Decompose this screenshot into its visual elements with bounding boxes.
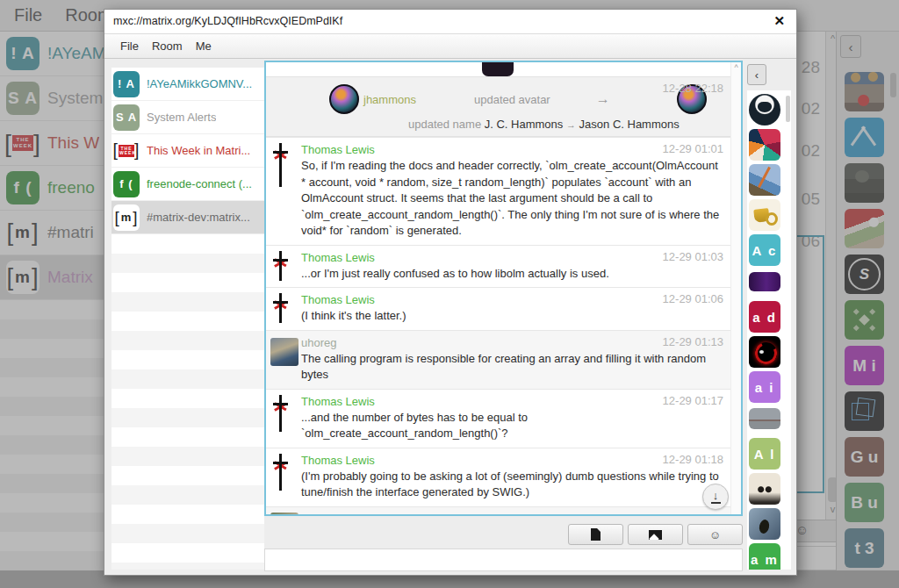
cross-avatar — [277, 293, 294, 323]
cross-avatar — [277, 251, 294, 281]
letter-avatar[interactable]: A l — [749, 438, 780, 470]
letter-avatar[interactable]: a m — [749, 543, 780, 570]
cross-avatar — [277, 395, 294, 432]
uhoreg-avatar — [270, 338, 298, 366]
hang-glider-photo-avatar[interactable] — [749, 164, 780, 196]
uhoreg-avatar — [270, 513, 298, 517]
state-action: updated avatar — [474, 93, 550, 106]
room-avatar: ! A — [113, 71, 140, 97]
old-display-name: J. C. Hammons — [485, 118, 564, 131]
letter-avatar[interactable]: A c — [749, 234, 780, 266]
state-action2: updated name — [408, 118, 481, 131]
message-text: So, if I'm reading the docs and header c… — [301, 158, 723, 240]
new-display-name: Jason C. Hammons — [579, 118, 680, 131]
message-text: The calling program is responsible for c… — [301, 351, 723, 384]
room-item[interactable]: ! A !AYeAMikkGOMNV... — [111, 68, 264, 101]
image-icon — [649, 530, 662, 540]
diamond-pattern-avatar[interactable] — [749, 129, 780, 161]
message-timestamp: 12-29 01: — [675, 512, 723, 517]
message-timestamp: 12-29 01:06 — [663, 292, 723, 305]
purple-banner-avatar[interactable] — [749, 272, 780, 291]
github-octocat-avatar[interactable] — [749, 94, 780, 125]
message-author: Thomas Lewis — [301, 395, 375, 408]
puppy-photo-avatar[interactable] — [749, 473, 780, 505]
message-text: (I think it's the latter.) — [301, 308, 723, 325]
modal-menubar: File Room Me — [104, 34, 796, 59]
modal-room-list: ! A !AYeAMikkGOMNV... S A System Alerts … — [111, 68, 264, 570]
message-timestamp: 12-29 01:03 — [663, 250, 723, 263]
letter-avatar[interactable]: a i — [749, 371, 780, 403]
this-week-in-matrix-avatar: THE WEEK — [113, 138, 140, 164]
screen: File Room Me ! A !AYeAM S A System THE W… — [0, 0, 899, 588]
room-item[interactable]: S A System Alerts — [111, 101, 264, 134]
message-timestamp: 12-29 01:13 — [663, 335, 723, 348]
media-viewer-window: mxc://matrix.org/KyLDJQfIHbRcvxQIEDmPdIK… — [104, 9, 797, 576]
close-icon[interactable]: ✕ — [773, 13, 785, 29]
message-timestamp: 12-29 01:17 — [663, 394, 723, 407]
message-author: Thomas Lewis — [301, 251, 375, 264]
message-author: Thomas Lewis — [301, 143, 375, 156]
message-row-clipped: 12-29 01: uhoreg — [266, 506, 730, 517]
collapse-members-button[interactable]: ‹ — [747, 64, 766, 85]
composer-toolbar: ☺ — [264, 522, 743, 547]
down-arrow-bar — [711, 502, 721, 504]
file-icon — [591, 528, 601, 541]
menu-me[interactable]: Me — [196, 39, 212, 53]
cross-avatar — [277, 143, 294, 189]
room-label: freenode-connect (... — [147, 177, 252, 190]
jhammons-avatar — [329, 84, 359, 114]
window-title: mxc://matrix.org/KyLDJQfIHbRcvxQIEDmPdIK… — [113, 15, 342, 27]
message-author: uhoreg — [301, 513, 336, 517]
room-label: This Week in Matri... — [147, 144, 250, 157]
emoji-icon: ☺ — [709, 528, 721, 541]
message-author: Thomas Lewis — [301, 454, 375, 467]
message-author: uhoreg — [301, 336, 336, 349]
scroll-up-icon[interactable]: ^ — [731, 63, 741, 72]
arrow-right-icon: → — [566, 119, 576, 130]
room-item[interactable]: THE WEEK This Week in Matri... — [111, 134, 264, 168]
message-text: ...or I'm just really confused as to how… — [301, 266, 723, 283]
arrow-right-icon: → — [596, 91, 610, 107]
window-titlebar[interactable]: mxc://matrix.org/KyLDJQfIHbRcvxQIEDmPdIK… — [104, 10, 796, 34]
down-arrow-icon: ↓ — [713, 491, 719, 501]
room-avatar: f ( — [113, 171, 140, 197]
coffee-mug-avatar[interactable] — [749, 199, 780, 231]
cross-avatar — [277, 454, 294, 491]
room-item-selected[interactable]: m #matrix-dev:matrix... — [111, 201, 264, 234]
room-label: !AYeAMikkGOMNV... — [147, 77, 252, 90]
room-item[interactable]: f ( freenode-connect (... — [111, 168, 264, 201]
message-row: 12-29 01:18 Thomas Lewis (I'm probably g… — [266, 448, 730, 506]
message-row: 12-29 01:13 uhoreg The calling program i… — [266, 330, 730, 389]
jump-to-bottom-button[interactable]: ↓ — [702, 484, 729, 510]
demon-avatar[interactable] — [749, 336, 780, 368]
modal-member-panel: ‹ A c a d a i A l — [744, 59, 796, 575]
emoji-button[interactable]: ☺ — [687, 524, 743, 545]
attach-file-button[interactable] — [568, 524, 623, 545]
message-text: (I'm probably going to be asking a lot o… — [301, 469, 723, 501]
menu-room[interactable]: Room — [152, 39, 183, 53]
screaming-face-avatar[interactable] — [749, 508, 780, 540]
room-label: #matrix-dev:matrix... — [147, 211, 250, 224]
matrix-logo-avatar: m — [113, 204, 140, 231]
message-author: Thomas Lewis — [301, 293, 375, 306]
member-list: A c a d a i A l a m — [749, 94, 780, 570]
member-list-panel: A c a d a i A l a m — [747, 90, 791, 570]
message-timestamp: 12-29 01:01 — [663, 142, 723, 155]
message-row: 12-29 01:17 Thomas Lewis ...and the numb… — [266, 389, 730, 448]
message-row: 12-29 01:03 Thomas Lewis ...or I'm just … — [266, 245, 730, 288]
message-timestamp: 12-29 01:18 — [663, 453, 723, 466]
letter-avatar[interactable]: a d — [749, 301, 780, 333]
menu-file[interactable]: File — [120, 39, 139, 53]
member-scrollbar-thumb[interactable] — [786, 96, 790, 122]
message-text: ...and the number of bytes has to be equ… — [301, 410, 723, 442]
message-timestamp: 12-28 22:18 — [663, 82, 723, 95]
room-list-empty-rows — [111, 234, 264, 570]
gray-landscape-avatar[interactable] — [749, 408, 780, 429]
clipped-avatar — [482, 61, 514, 76]
message-timeline[interactable]: 12-28 22:18 jhammons updated avatar → up… — [264, 61, 743, 516]
attach-image-button[interactable] — [628, 524, 683, 545]
timeline-scrollbar[interactable]: ^ — [730, 62, 741, 514]
message-author: jhammons — [363, 93, 416, 106]
room-avatar: S A — [113, 104, 140, 131]
message-input[interactable] — [264, 549, 743, 571]
